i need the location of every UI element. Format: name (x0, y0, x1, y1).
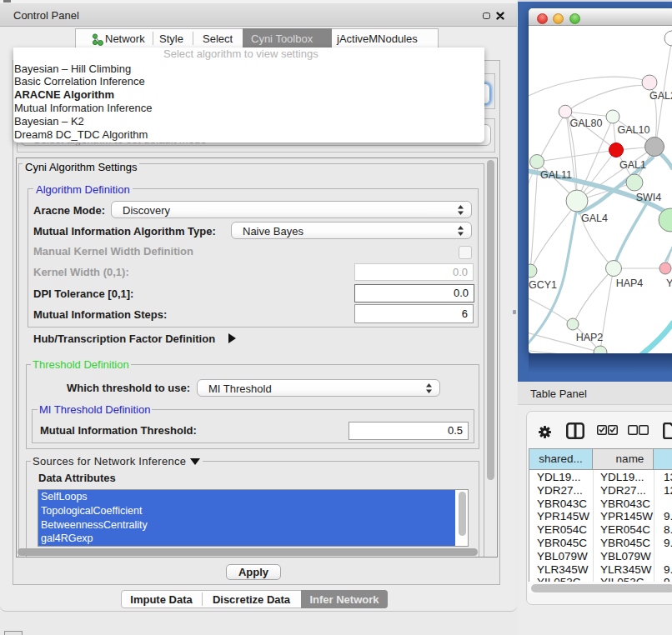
svg-text:YJ: YJ (666, 278, 672, 289)
svg-text:GAL4: GAL4 (581, 212, 608, 224)
svg-text:GCY1: GCY1 (529, 279, 557, 291)
svg-text:HAP2: HAP2 (576, 332, 604, 343)
svg-text:GAL1: GAL1 (619, 159, 646, 171)
svg-text:GAL80: GAL80 (570, 118, 603, 129)
svg-text:GAL11: GAL11 (540, 169, 572, 181)
svg-text:GAL2: GAL2 (649, 90, 672, 102)
svg-text:GAL10: GAL10 (618, 124, 650, 136)
svg-text:HAP4: HAP4 (616, 278, 644, 289)
svg-text:SWI4: SWI4 (636, 192, 662, 203)
